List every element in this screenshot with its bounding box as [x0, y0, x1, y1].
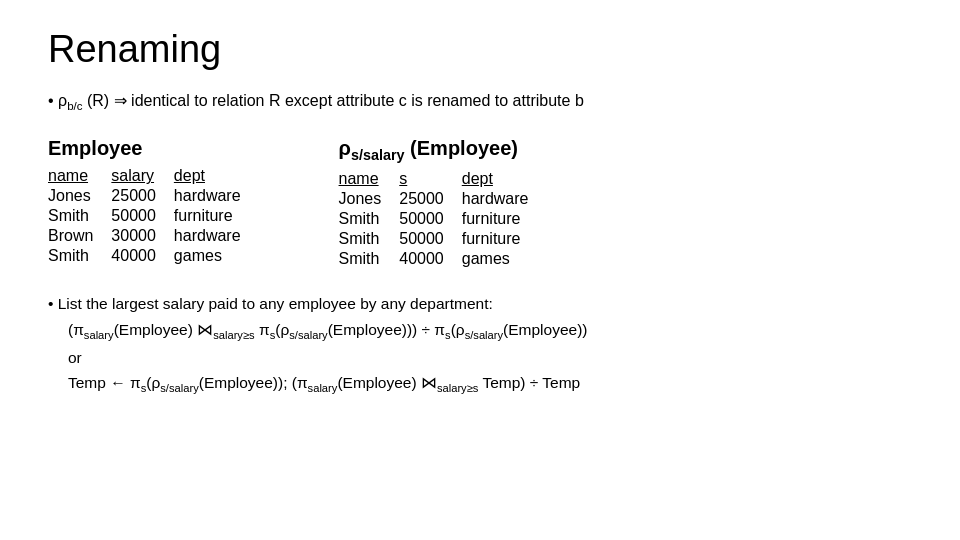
bullet-section: • List the largest salary paid to any em…: [48, 291, 912, 397]
table-cell: Smith: [48, 206, 111, 226]
table-cell: Smith: [339, 229, 400, 249]
intro-body: (R) ⇒ identical to relation R except att…: [87, 92, 584, 109]
tables-container: Employee name salary dept Jones25000hard…: [48, 137, 912, 269]
rho-symbol: ρ: [58, 92, 67, 109]
table-row: Smith40000games: [339, 249, 547, 269]
table-cell: 40000: [111, 246, 174, 266]
employee-col-name: name: [48, 166, 111, 186]
table-row: Jones25000hardware: [339, 189, 547, 209]
employee-col-salary: salary: [111, 166, 174, 186]
table-row: Brown30000hardware: [48, 226, 259, 246]
employee-header-row: name salary dept: [48, 166, 259, 186]
rho-table-title: ρs/salary (Employee): [339, 137, 547, 163]
rho-table: name s dept Jones25000hardwareSmith50000…: [339, 169, 547, 269]
bullet-line1: • List the largest salary paid to any em…: [48, 291, 912, 317]
rho-table-block: ρs/salary (Employee) name s dept Jones25…: [339, 137, 547, 269]
table-row: Smith50000furniture: [339, 229, 547, 249]
rho-col-name: name: [339, 169, 400, 189]
table-cell: games: [462, 249, 547, 269]
table-cell: Smith: [339, 249, 400, 269]
table-cell: hardware: [174, 226, 259, 246]
employee-col-dept: dept: [174, 166, 259, 186]
rho-table-sub: s/salary: [351, 147, 405, 163]
rho-col-dept: dept: [462, 169, 547, 189]
table-cell: 50000: [399, 209, 462, 229]
table-cell: games: [174, 246, 259, 266]
table-row: Smith40000games: [48, 246, 259, 266]
table-cell: Smith: [339, 209, 400, 229]
intro-text: • ρb/c (R) ⇒ identical to relation R exc…: [48, 89, 912, 115]
rho-col-s: s: [399, 169, 462, 189]
employee-table-title: Employee: [48, 137, 259, 160]
table-cell: 50000: [111, 206, 174, 226]
table-row: Smith50000furniture: [339, 209, 547, 229]
rho-header-row: name s dept: [339, 169, 547, 189]
employee-table-block: Employee name salary dept Jones25000hard…: [48, 137, 259, 266]
page-title: Renaming: [48, 28, 912, 71]
table-cell: 30000: [111, 226, 174, 246]
table-cell: Smith: [48, 246, 111, 266]
table-row: Smith50000furniture: [48, 206, 259, 226]
table-cell: 25000: [399, 189, 462, 209]
table-cell: furniture: [462, 229, 547, 249]
table-cell: hardware: [174, 186, 259, 206]
table-row: Jones25000hardware: [48, 186, 259, 206]
table-cell: 50000: [399, 229, 462, 249]
employee-table: name salary dept Jones25000hardwareSmith…: [48, 166, 259, 266]
table-cell: furniture: [174, 206, 259, 226]
bullet-line3: Temp ← πs(ρs/salary(Employee)); (πsalary…: [48, 370, 912, 398]
table-cell: Jones: [48, 186, 111, 206]
bullet-or: or: [48, 345, 912, 371]
table-cell: Jones: [339, 189, 400, 209]
rho-sub: b/c: [67, 100, 82, 112]
table-cell: furniture: [462, 209, 547, 229]
table-cell: hardware: [462, 189, 547, 209]
table-cell: 25000: [111, 186, 174, 206]
table-cell: 40000: [399, 249, 462, 269]
bullet-line2: (πsalary(Employee) ⋈salary≥s πs(ρs/salar…: [48, 317, 912, 345]
table-cell: Brown: [48, 226, 111, 246]
